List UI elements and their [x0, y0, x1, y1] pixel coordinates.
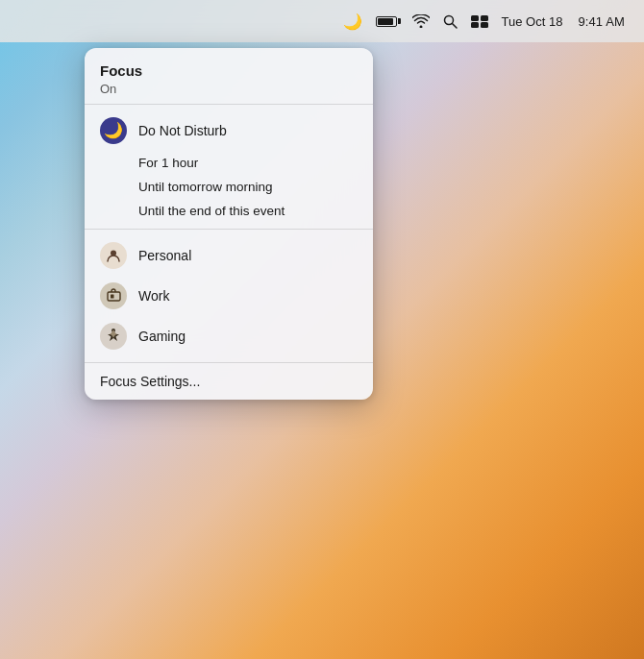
personal-label: Personal — [138, 248, 191, 263]
work-item[interactable]: Work — [85, 276, 373, 316]
svg-rect-3 — [481, 15, 488, 21]
dnd-icon: 🌙 — [100, 117, 127, 144]
dnd-subitem-tomorrow[interactable]: Until tomorrow morning — [85, 175, 373, 199]
personal-icon — [100, 242, 127, 269]
svg-line-1 — [452, 23, 457, 28]
dnd-1hour-label: For 1 hour — [138, 156, 198, 170]
menubar-date: Tue Oct 18 — [502, 14, 563, 29]
focus-settings-label: Focus Settings... — [100, 374, 200, 389]
focus-panel: Focus On 🌙 Do Not Disturb For 1 hour Unt… — [85, 48, 373, 400]
panel-title: Focus — [100, 61, 358, 81]
modes-section: Personal Work Gaming — [85, 230, 373, 362]
battery-icon — [376, 16, 399, 27]
search-icon[interactable] — [443, 14, 458, 29]
svg-rect-5 — [481, 22, 488, 28]
dnd-event-label: Until the end of this event — [138, 204, 285, 218]
dnd-section: 🌙 Do Not Disturb For 1 hour Until tomorr… — [85, 105, 373, 229]
svg-rect-8 — [111, 295, 114, 299]
dnd-label: Do Not Disturb — [138, 123, 227, 138]
gaming-item[interactable]: Gaming — [85, 316, 373, 356]
dnd-item[interactable]: 🌙 Do Not Disturb — [85, 110, 373, 151]
panel-status: On — [100, 82, 358, 96]
gaming-label: Gaming — [138, 329, 186, 344]
work-label: Work — [138, 288, 169, 304]
dnd-subitem-1hour[interactable]: For 1 hour — [85, 151, 373, 175]
gaming-icon — [100, 323, 127, 350]
svg-rect-2 — [471, 15, 479, 21]
dnd-subitem-event[interactable]: Until the end of this event — [85, 199, 373, 223]
personal-item[interactable]: Personal — [85, 235, 373, 276]
wifi-icon[interactable] — [412, 14, 430, 28]
work-icon — [100, 282, 127, 309]
svg-rect-4 — [471, 22, 479, 28]
moon-icon[interactable]: 🌙 — [343, 12, 362, 31]
menubar-time: 9:41 AM — [578, 14, 625, 29]
menubar: 🌙 Tue Oct 18 9:41 AM — [0, 0, 644, 42]
panel-header: Focus On — [85, 48, 373, 104]
dnd-tomorrow-label: Until tomorrow morning — [138, 180, 273, 194]
focus-settings-button[interactable]: Focus Settings... — [85, 362, 373, 400]
focus-control-center-icon[interactable] — [471, 15, 488, 28]
